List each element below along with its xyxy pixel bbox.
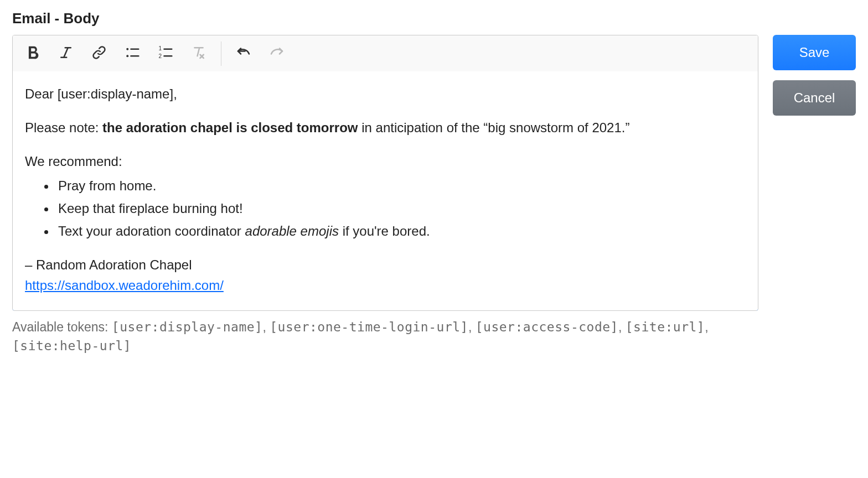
undo-button[interactable] bbox=[227, 39, 260, 69]
notice-paragraph: Please note: the adoration chapel is clo… bbox=[25, 117, 746, 138]
greeting-line: Dear [user:display-name], bbox=[25, 84, 746, 104]
list-item3-prefix: Text your adoration coordinator bbox=[58, 224, 245, 238]
toolbar-divider bbox=[221, 41, 221, 66]
section-title: Email - Body bbox=[12, 10, 856, 27]
list-item: Keep that fireplace burning hot! bbox=[56, 198, 746, 219]
svg-text:1: 1 bbox=[159, 45, 162, 51]
list-item3-em: adorable emojis bbox=[245, 224, 339, 238]
notice-prefix: Please note: bbox=[25, 120, 102, 135]
token: [user:one-time-login-url] bbox=[270, 320, 468, 334]
signoff-text: – Random Adoration Chapel bbox=[25, 257, 192, 272]
token-sep: , bbox=[468, 320, 476, 334]
link-button[interactable] bbox=[82, 39, 116, 69]
greeting-token: [user:display-name] bbox=[58, 86, 173, 101]
link-icon bbox=[91, 44, 107, 63]
token: [user:access-code] bbox=[476, 320, 618, 334]
undo-icon bbox=[235, 44, 252, 63]
redo-button[interactable] bbox=[260, 39, 293, 69]
bulleted-list-button[interactable] bbox=[116, 39, 149, 69]
greeting-suffix: , bbox=[173, 86, 177, 101]
rich-text-editor: 12 bbox=[12, 35, 758, 311]
editor-content[interactable]: Dear [user:display-name], Please note: t… bbox=[12, 71, 758, 311]
cancel-button[interactable]: Cancel bbox=[773, 80, 856, 116]
signoff-link[interactable]: https://sandbox.weadorehim.com/ bbox=[25, 278, 224, 293]
greeting-prefix: Dear bbox=[25, 86, 58, 101]
tokens-label: Available tokens: bbox=[12, 320, 112, 334]
numbered-list-button[interactable]: 12 bbox=[149, 39, 182, 69]
bold-button[interactable] bbox=[16, 39, 49, 69]
token: [site:url] bbox=[626, 320, 705, 334]
list-item: Text your adoration coordinator adorable… bbox=[56, 221, 746, 241]
recommend-heading: We recommend: bbox=[25, 151, 746, 172]
editor-toolbar: 12 bbox=[13, 35, 758, 72]
svg-point-4 bbox=[126, 55, 128, 57]
token-sep: , bbox=[262, 320, 270, 334]
svg-line-2 bbox=[64, 48, 68, 58]
token: [user:display-name] bbox=[112, 320, 263, 334]
italic-icon bbox=[58, 44, 74, 63]
bold-icon bbox=[23, 43, 42, 64]
svg-text:2: 2 bbox=[159, 53, 162, 59]
svg-point-3 bbox=[126, 48, 128, 50]
clear-formatting-button[interactable] bbox=[182, 39, 215, 69]
bulleted-list-icon bbox=[124, 44, 141, 63]
save-button[interactable]: Save bbox=[773, 35, 856, 70]
available-tokens-hint: Available tokens: [user:display-name], [… bbox=[12, 318, 758, 356]
recommendation-list: Pray from home. Keep that fireplace burn… bbox=[25, 175, 746, 242]
signoff-block: – Random Adoration Chapel https://sandbo… bbox=[25, 254, 746, 295]
numbered-list-icon: 12 bbox=[157, 44, 174, 63]
list-item3-suffix: if you're bored. bbox=[339, 224, 430, 238]
token: [site:help-url] bbox=[12, 339, 131, 353]
token-sep: , bbox=[618, 320, 626, 334]
italic-button[interactable] bbox=[49, 39, 82, 69]
notice-suffix: in anticipation of the “big snowstorm of… bbox=[358, 120, 630, 135]
clear-formatting-icon bbox=[190, 44, 207, 63]
list-item: Pray from home. bbox=[56, 175, 746, 196]
token-sep: , bbox=[705, 320, 708, 334]
redo-icon bbox=[268, 44, 285, 63]
notice-bold: the adoration chapel is closed tomorrow bbox=[102, 120, 358, 135]
